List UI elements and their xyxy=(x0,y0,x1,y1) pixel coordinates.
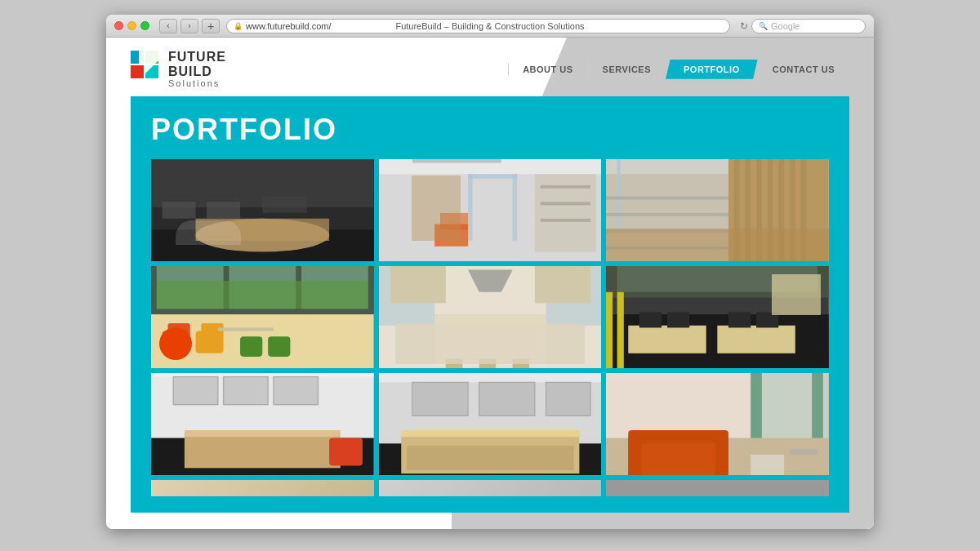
site-navigation: ABOUT US SERVICES PORTFOLIO CONTACT US xyxy=(508,60,849,79)
svg-rect-39 xyxy=(617,159,621,229)
search-bar[interactable]: 🔍 Google xyxy=(751,19,866,33)
svg-rect-56 xyxy=(240,337,262,358)
svg-rect-14 xyxy=(207,202,240,219)
svg-rect-66 xyxy=(535,266,590,303)
minimize-button[interactable] xyxy=(127,21,136,30)
svg-rect-32 xyxy=(746,159,751,261)
svg-rect-77 xyxy=(629,326,706,353)
logo-build: BUILD xyxy=(168,64,226,79)
svg-rect-68 xyxy=(445,359,461,368)
maximize-button[interactable] xyxy=(140,21,149,30)
svg-rect-12 xyxy=(196,219,330,241)
logo[interactable]: FUTURE BUILD Solutions xyxy=(131,50,226,88)
portfolio-title: PORTFOLIO xyxy=(151,113,829,147)
nav-contact[interactable]: CONTACT US xyxy=(758,60,849,79)
svg-rect-64 xyxy=(434,314,546,323)
svg-rect-15 xyxy=(262,197,307,213)
portfolio-image-12[interactable] xyxy=(606,480,829,496)
portfolio-image-6[interactable] xyxy=(606,266,829,368)
logo-text: FUTURE BUILD Solutions xyxy=(168,50,226,88)
svg-rect-25 xyxy=(540,185,590,189)
svg-rect-98 xyxy=(412,383,468,416)
portfolio-image-11[interactable] xyxy=(379,480,602,496)
svg-rect-80 xyxy=(667,313,689,328)
svg-rect-81 xyxy=(728,313,751,328)
portfolio-image-8[interactable] xyxy=(379,373,602,475)
svg-rect-109 xyxy=(629,438,729,475)
url-text: www.futurebuild.com/ xyxy=(246,21,332,31)
portfolio-image-5[interactable] xyxy=(379,266,602,368)
svg-rect-111 xyxy=(629,435,642,476)
svg-rect-23 xyxy=(440,213,468,229)
svg-rect-54 xyxy=(167,323,189,335)
portfolio-image-7[interactable] xyxy=(151,373,374,475)
svg-rect-84 xyxy=(151,373,374,377)
svg-rect-21 xyxy=(468,174,517,178)
nav-services[interactable]: SERVICES xyxy=(588,60,666,79)
browser-navigation: ‹ › + xyxy=(159,19,220,33)
browser-window: ‹ › + 🔒 www.futurebuild.com/ FutureBuild… xyxy=(106,15,874,529)
portfolio-image-10[interactable] xyxy=(151,480,374,496)
main-content: PORTFOLIO xyxy=(106,96,874,513)
website-content: FUTURE BUILD Solutions ABOUT US SERVICES… xyxy=(106,38,874,529)
svg-rect-13 xyxy=(163,202,196,219)
svg-rect-70 xyxy=(512,359,528,368)
svg-rect-103 xyxy=(407,446,574,470)
new-tab-button[interactable]: + xyxy=(202,19,220,33)
page-title: FutureBuild – Building & Construction So… xyxy=(395,21,584,31)
svg-rect-79 xyxy=(639,313,662,328)
browser-titlebar: ‹ › + 🔒 www.futurebuild.com/ FutureBuild… xyxy=(106,15,874,38)
svg-rect-100 xyxy=(546,383,590,416)
svg-rect-42 xyxy=(606,230,728,233)
svg-rect-90 xyxy=(185,430,341,437)
back-button[interactable]: ‹ xyxy=(159,19,177,33)
portfolio-image-1[interactable] xyxy=(151,159,374,261)
svg-rect-112 xyxy=(715,435,728,476)
svg-rect-93 xyxy=(379,373,602,382)
url-icon: 🔒 xyxy=(234,22,243,30)
nav-portfolio[interactable]: PORTFOLIO xyxy=(666,60,758,79)
svg-rect-35 xyxy=(779,159,785,261)
nav-about[interactable]: ABOUT US xyxy=(508,60,587,79)
svg-rect-27 xyxy=(540,219,590,222)
svg-rect-99 xyxy=(479,383,534,416)
logo-future: FUTURE xyxy=(168,50,226,64)
svg-rect-20 xyxy=(512,174,516,241)
portfolio-section: PORTFOLIO xyxy=(131,96,849,513)
svg-rect-63 xyxy=(434,320,546,365)
portfolio-grid-row4 xyxy=(151,480,829,496)
svg-rect-76 xyxy=(617,292,624,368)
svg-rect-57 xyxy=(268,337,290,358)
svg-rect-33 xyxy=(756,159,762,261)
portfolio-grid-row3 xyxy=(151,373,829,475)
svg-rect-19 xyxy=(468,174,472,241)
close-button[interactable] xyxy=(114,21,123,30)
svg-rect-26 xyxy=(540,202,590,206)
svg-rect-78 xyxy=(718,326,795,353)
forward-button[interactable]: › xyxy=(180,19,198,33)
svg-rect-52 xyxy=(163,331,190,353)
refresh-button[interactable]: ↻ xyxy=(737,19,751,33)
svg-rect-110 xyxy=(629,430,729,443)
svg-rect-40 xyxy=(606,197,728,200)
portfolio-image-4[interactable] xyxy=(151,266,374,368)
svg-rect-50 xyxy=(157,281,368,309)
svg-rect-86 xyxy=(173,377,218,405)
portfolio-grid xyxy=(151,159,829,261)
svg-rect-75 xyxy=(606,292,612,368)
portfolio-image-9[interactable] xyxy=(606,373,829,475)
svg-rect-43 xyxy=(606,247,728,250)
logo-solutions: Solutions xyxy=(168,78,226,88)
svg-rect-41 xyxy=(606,213,728,216)
svg-rect-102 xyxy=(401,430,579,437)
portfolio-grid-row2 xyxy=(151,266,829,368)
svg-rect-2 xyxy=(131,65,144,78)
window-controls xyxy=(114,21,149,30)
svg-rect-18 xyxy=(412,159,501,163)
svg-rect-115 xyxy=(790,449,817,455)
portfolio-image-2[interactable] xyxy=(379,159,602,261)
svg-rect-37 xyxy=(801,159,807,261)
svg-rect-91 xyxy=(329,438,363,466)
portfolio-image-3[interactable] xyxy=(606,159,829,261)
svg-rect-82 xyxy=(756,313,778,328)
